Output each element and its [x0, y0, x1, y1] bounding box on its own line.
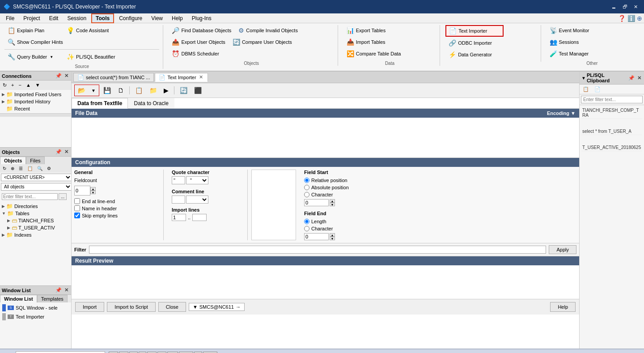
- field-start-up[interactable]: ▲: [330, 199, 335, 203]
- help-btn[interactable]: Help: [550, 302, 576, 312]
- text-importer-btn[interactable]: 📄 Text Importer: [445, 25, 504, 37]
- field-start-input[interactable]: [304, 199, 329, 206]
- compare-table-data-btn[interactable]: 🔀 Compare Table Data: [343, 48, 404, 59]
- tab-objects[interactable]: Objects: [0, 157, 26, 164]
- conn-btn-down[interactable]: ▼: [34, 81, 42, 89]
- compile-invalid-objects-btn[interactable]: ⚙ Compile Invalid Objects: [235, 25, 301, 36]
- comment-line-input[interactable]: [172, 196, 185, 204]
- data-generator-btn[interactable]: ⚡ Data Generator: [445, 49, 504, 60]
- conn-btn-refresh[interactable]: ↻: [1, 81, 8, 89]
- connections-pin-icon[interactable]: 📌: [55, 72, 63, 79]
- tree-item-directories[interactable]: ▶ 📁 Directories: [1, 203, 70, 210]
- close-btn[interactable]: ✕: [631, 3, 640, 11]
- code-assistant-btn[interactable]: 💡 Code Assistant: [64, 25, 122, 36]
- field-end-down[interactable]: ▼: [330, 237, 335, 240]
- export-tables-btn[interactable]: 📊 Export Tables: [343, 25, 402, 36]
- spinner-down[interactable]: ▼: [90, 191, 96, 194]
- find-abc-btn[interactable]: ABC: [179, 352, 194, 353]
- tree-item-tianchi-fres[interactable]: ▶ 🗃 TIANCHI_FRES: [1, 217, 70, 224]
- new-btn[interactable]: 🗋: [115, 85, 127, 95]
- tree-item-recent[interactable]: ▶ 📁 Recent: [1, 105, 70, 112]
- rt-paste-btn[interactable]: 📄: [592, 85, 603, 93]
- field-start-down[interactable]: ▼: [330, 203, 335, 206]
- clipboard-item-1[interactable]: TIANCHI_FRESH_COMP_TRA: [581, 107, 642, 119]
- conn-btn-up[interactable]: ▲: [24, 81, 33, 89]
- menu-configure[interactable]: Configure: [115, 14, 146, 23]
- skip-empty-lines-checkbox[interactable]: [74, 213, 80, 218]
- find-box-btn[interactable]: ☐: [157, 352, 166, 353]
- menu-help[interactable]: Help: [168, 14, 187, 23]
- obj-btn-4[interactable]: 🔍: [35, 165, 44, 172]
- menu-project[interactable]: Project: [19, 14, 44, 23]
- objects-close-icon[interactable]: ✕: [64, 149, 69, 155]
- conn-btn-add[interactable]: +: [9, 81, 16, 89]
- import-from-input[interactable]: [172, 214, 186, 221]
- end-at-line-end-checkbox[interactable]: [74, 198, 80, 204]
- clipboard-item-3[interactable]: T_USER_ACTIVE_20180625: [581, 144, 642, 151]
- spinner-up[interactable]: ▲: [90, 187, 96, 191]
- info-icon[interactable]: ℹ️: [627, 15, 635, 22]
- folder-btn[interactable]: 📁: [147, 85, 160, 95]
- find-regex-btn[interactable]: .*: [194, 352, 202, 353]
- tree-item-imported-history[interactable]: ▶ 📁 Imported History: [1, 98, 70, 105]
- field-end-up[interactable]: ▲: [330, 233, 335, 237]
- menu-session[interactable]: Session: [63, 14, 90, 23]
- wl-item-imp[interactable]: T Text Importer: [1, 312, 70, 321]
- explain-plan-btn[interactable]: 📋 Explain Plan: [4, 25, 63, 36]
- stop-btn[interactable]: ⬛: [191, 85, 204, 95]
- quote-char-select[interactable]: ": [186, 176, 208, 184]
- menu-file[interactable]: File: [2, 14, 18, 23]
- right-filter-input[interactable]: [581, 96, 643, 103]
- wl-pin-icon[interactable]: 📌: [55, 287, 63, 293]
- close-btn[interactable]: Close: [158, 302, 186, 312]
- tree-item-imported-fixed[interactable]: ▶ 📁 Imported Fixed Users: [1, 91, 70, 98]
- field-end-input[interactable]: [304, 233, 329, 240]
- arrow-btn[interactable]: ▶: [161, 85, 171, 95]
- apply-btn[interactable]: Apply: [549, 245, 576, 254]
- encoding-dropdown-icon[interactable]: ▼: [571, 111, 576, 116]
- connections-scrollbar[interactable]: [0, 113, 71, 117]
- menu-view[interactable]: View: [147, 14, 167, 23]
- tab-window-list[interactable]: Window List: [0, 295, 37, 302]
- find-next-btn[interactable]: ▲: [119, 352, 128, 353]
- extra-icon[interactable]: ⊕: [637, 15, 642, 22]
- objects-filter-input[interactable]: [2, 193, 58, 200]
- open-dropdown-btn[interactable]: ▼: [89, 87, 98, 94]
- tab-ti-close[interactable]: ✕: [198, 74, 204, 80]
- find-down-btn[interactable]: ⬇: [129, 352, 138, 353]
- all-objects-select[interactable]: All objects: [1, 183, 71, 191]
- clipboard-item-2[interactable]: select * from T_USER_A: [581, 128, 642, 135]
- save-btn[interactable]: 💾: [101, 85, 114, 95]
- obj-btn-2[interactable]: ☰: [17, 165, 25, 172]
- import-to-script-btn[interactable]: Import to Script: [107, 302, 156, 312]
- find-list-btn[interactable]: ≡: [139, 352, 146, 353]
- absolute-pos-radio[interactable]: [304, 185, 309, 190]
- find-highlight-btn[interactable]: 🖊: [147, 352, 157, 353]
- compare-user-objects-btn[interactable]: 🔄 Compare User Objects: [229, 37, 295, 47]
- tab-templates[interactable]: Templates: [37, 295, 68, 302]
- objects-pin-icon[interactable]: 📌: [55, 149, 63, 155]
- right-pin-icon[interactable]: 📌: [627, 75, 636, 81]
- current-user-select[interactable]: <CURRENT USER>: [1, 174, 71, 181]
- print-btn[interactable]: 📋: [132, 85, 145, 95]
- minimize-btn[interactable]: 🗕: [609, 3, 619, 11]
- plsql-beautifier-btn[interactable]: ✨ PL/SQL Beautifier: [64, 51, 122, 62]
- name-in-header-checkbox[interactable]: [74, 205, 80, 211]
- tree-item-indexes[interactable]: ▶ 📁 Indexes: [1, 231, 70, 238]
- tab-sql-window[interactable]: 📄 select count(*) from TIANC ...: [73, 73, 154, 82]
- find-prev-btn[interactable]: ▼: [109, 352, 118, 353]
- export-user-objects-btn[interactable]: 📤 Export User Objects: [169, 37, 228, 47]
- char-end-radio[interactable]: [304, 226, 309, 231]
- find-quote-btn[interactable]: "AB": [203, 352, 217, 353]
- sessions-btn[interactable]: 👥 Sessions: [547, 37, 605, 47]
- event-monitor-btn[interactable]: 📡 Event Monitor: [547, 25, 605, 36]
- tree-item-tables[interactable]: ▼ 📁 Tables: [1, 210, 70, 217]
- clipboard-dropdown[interactable]: ▼: [581, 76, 586, 81]
- show-compiler-hints-btn[interactable]: 🔍 Show Compiler Hints: [4, 37, 66, 47]
- rt-copy-btn[interactable]: 📋: [580, 85, 591, 93]
- tab-data-from-textfile[interactable]: Data from Textfile: [72, 98, 128, 109]
- reload-btn[interactable]: 🔄: [177, 85, 190, 95]
- wl-item-sql[interactable]: S SQL Window - sele: [1, 303, 70, 312]
- test-manager-btn[interactable]: 🧪 Test Manager: [547, 48, 605, 59]
- query-builder-btn[interactable]: 🔧 Query Builder ▼: [4, 51, 63, 62]
